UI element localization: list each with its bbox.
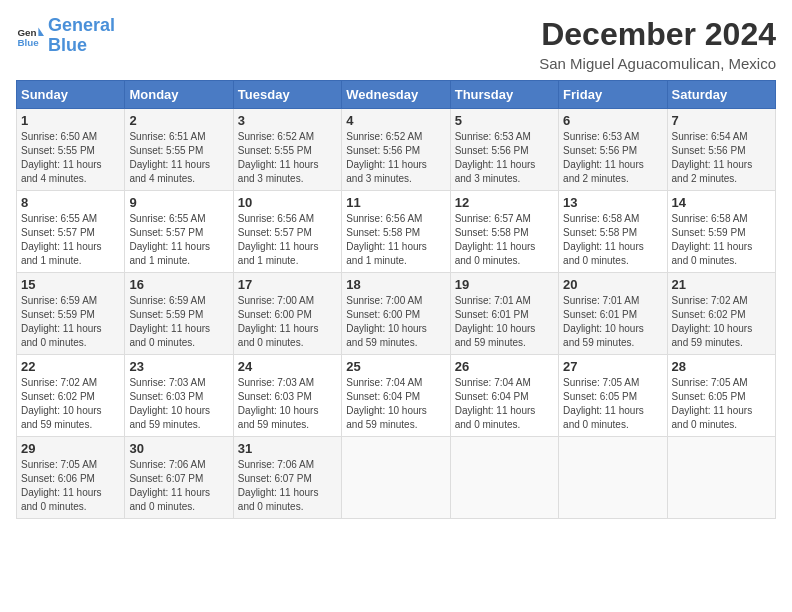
day-number: 27	[563, 359, 662, 374]
day-info: Sunrise: 6:59 AM Sunset: 5:59 PM Dayligh…	[129, 294, 228, 350]
day-cell: 3Sunrise: 6:52 AM Sunset: 5:55 PM Daylig…	[233, 109, 341, 191]
week-row-4: 22Sunrise: 7:02 AM Sunset: 6:02 PM Dayli…	[17, 355, 776, 437]
header-cell-saturday: Saturday	[667, 81, 775, 109]
day-cell: 4Sunrise: 6:52 AM Sunset: 5:56 PM Daylig…	[342, 109, 450, 191]
calendar-table: SundayMondayTuesdayWednesdayThursdayFrid…	[16, 80, 776, 519]
day-number: 12	[455, 195, 554, 210]
day-cell: 24Sunrise: 7:03 AM Sunset: 6:03 PM Dayli…	[233, 355, 341, 437]
day-cell: 8Sunrise: 6:55 AM Sunset: 5:57 PM Daylig…	[17, 191, 125, 273]
day-info: Sunrise: 6:59 AM Sunset: 5:59 PM Dayligh…	[21, 294, 120, 350]
day-number: 23	[129, 359, 228, 374]
day-number: 20	[563, 277, 662, 292]
day-info: Sunrise: 6:52 AM Sunset: 5:55 PM Dayligh…	[238, 130, 337, 186]
day-cell	[667, 437, 775, 519]
day-cell: 27Sunrise: 7:05 AM Sunset: 6:05 PM Dayli…	[559, 355, 667, 437]
day-number: 29	[21, 441, 120, 456]
day-cell: 9Sunrise: 6:55 AM Sunset: 5:57 PM Daylig…	[125, 191, 233, 273]
header-row: SundayMondayTuesdayWednesdayThursdayFrid…	[17, 81, 776, 109]
day-number: 16	[129, 277, 228, 292]
day-info: Sunrise: 6:54 AM Sunset: 5:56 PM Dayligh…	[672, 130, 771, 186]
day-number: 22	[21, 359, 120, 374]
day-cell	[559, 437, 667, 519]
day-cell: 21Sunrise: 7:02 AM Sunset: 6:02 PM Dayli…	[667, 273, 775, 355]
day-number: 19	[455, 277, 554, 292]
day-number: 6	[563, 113, 662, 128]
day-info: Sunrise: 6:55 AM Sunset: 5:57 PM Dayligh…	[21, 212, 120, 268]
day-cell: 13Sunrise: 6:58 AM Sunset: 5:58 PM Dayli…	[559, 191, 667, 273]
day-cell	[342, 437, 450, 519]
day-info: Sunrise: 7:03 AM Sunset: 6:03 PM Dayligh…	[238, 376, 337, 432]
svg-text:Blue: Blue	[17, 37, 39, 48]
day-info: Sunrise: 7:02 AM Sunset: 6:02 PM Dayligh…	[672, 294, 771, 350]
day-info: Sunrise: 7:06 AM Sunset: 6:07 PM Dayligh…	[238, 458, 337, 514]
day-number: 10	[238, 195, 337, 210]
day-number: 21	[672, 277, 771, 292]
day-info: Sunrise: 7:00 AM Sunset: 6:00 PM Dayligh…	[238, 294, 337, 350]
logo-text: General Blue	[48, 16, 115, 56]
day-number: 30	[129, 441, 228, 456]
day-cell: 31Sunrise: 7:06 AM Sunset: 6:07 PM Dayli…	[233, 437, 341, 519]
day-info: Sunrise: 6:53 AM Sunset: 5:56 PM Dayligh…	[563, 130, 662, 186]
day-info: Sunrise: 7:01 AM Sunset: 6:01 PM Dayligh…	[563, 294, 662, 350]
day-number: 15	[21, 277, 120, 292]
day-info: Sunrise: 7:04 AM Sunset: 6:04 PM Dayligh…	[346, 376, 445, 432]
day-cell: 25Sunrise: 7:04 AM Sunset: 6:04 PM Dayli…	[342, 355, 450, 437]
logo-icon: Gen Blue	[16, 22, 44, 50]
day-cell: 11Sunrise: 6:56 AM Sunset: 5:58 PM Dayli…	[342, 191, 450, 273]
day-cell: 14Sunrise: 6:58 AM Sunset: 5:59 PM Dayli…	[667, 191, 775, 273]
day-cell: 15Sunrise: 6:59 AM Sunset: 5:59 PM Dayli…	[17, 273, 125, 355]
day-number: 1	[21, 113, 120, 128]
day-cell: 17Sunrise: 7:00 AM Sunset: 6:00 PM Dayli…	[233, 273, 341, 355]
day-info: Sunrise: 7:03 AM Sunset: 6:03 PM Dayligh…	[129, 376, 228, 432]
day-cell: 22Sunrise: 7:02 AM Sunset: 6:02 PM Dayli…	[17, 355, 125, 437]
day-cell: 1Sunrise: 6:50 AM Sunset: 5:55 PM Daylig…	[17, 109, 125, 191]
logo-line2: Blue	[48, 35, 87, 55]
week-row-2: 8Sunrise: 6:55 AM Sunset: 5:57 PM Daylig…	[17, 191, 776, 273]
day-number: 18	[346, 277, 445, 292]
day-info: Sunrise: 7:05 AM Sunset: 6:05 PM Dayligh…	[672, 376, 771, 432]
day-cell: 12Sunrise: 6:57 AM Sunset: 5:58 PM Dayli…	[450, 191, 558, 273]
day-info: Sunrise: 6:56 AM Sunset: 5:58 PM Dayligh…	[346, 212, 445, 268]
day-cell: 23Sunrise: 7:03 AM Sunset: 6:03 PM Dayli…	[125, 355, 233, 437]
day-cell: 28Sunrise: 7:05 AM Sunset: 6:05 PM Dayli…	[667, 355, 775, 437]
day-number: 25	[346, 359, 445, 374]
day-info: Sunrise: 7:00 AM Sunset: 6:00 PM Dayligh…	[346, 294, 445, 350]
day-info: Sunrise: 7:05 AM Sunset: 6:06 PM Dayligh…	[21, 458, 120, 514]
day-number: 31	[238, 441, 337, 456]
svg-marker-2	[38, 27, 44, 35]
day-info: Sunrise: 7:04 AM Sunset: 6:04 PM Dayligh…	[455, 376, 554, 432]
subtitle: San Miguel Aguacomulican, Mexico	[539, 55, 776, 72]
day-number: 7	[672, 113, 771, 128]
day-number: 28	[672, 359, 771, 374]
day-number: 26	[455, 359, 554, 374]
header-cell-sunday: Sunday	[17, 81, 125, 109]
week-row-3: 15Sunrise: 6:59 AM Sunset: 5:59 PM Dayli…	[17, 273, 776, 355]
day-cell: 29Sunrise: 7:05 AM Sunset: 6:06 PM Dayli…	[17, 437, 125, 519]
day-info: Sunrise: 6:58 AM Sunset: 5:58 PM Dayligh…	[563, 212, 662, 268]
day-cell: 30Sunrise: 7:06 AM Sunset: 6:07 PM Dayli…	[125, 437, 233, 519]
main-title: December 2024	[539, 16, 776, 53]
day-number: 9	[129, 195, 228, 210]
day-number: 2	[129, 113, 228, 128]
day-number: 3	[238, 113, 337, 128]
day-info: Sunrise: 7:01 AM Sunset: 6:01 PM Dayligh…	[455, 294, 554, 350]
day-cell: 7Sunrise: 6:54 AM Sunset: 5:56 PM Daylig…	[667, 109, 775, 191]
day-cell: 5Sunrise: 6:53 AM Sunset: 5:56 PM Daylig…	[450, 109, 558, 191]
day-number: 8	[21, 195, 120, 210]
day-cell: 20Sunrise: 7:01 AM Sunset: 6:01 PM Dayli…	[559, 273, 667, 355]
day-info: Sunrise: 6:52 AM Sunset: 5:56 PM Dayligh…	[346, 130, 445, 186]
day-info: Sunrise: 7:02 AM Sunset: 6:02 PM Dayligh…	[21, 376, 120, 432]
header-cell-friday: Friday	[559, 81, 667, 109]
header-cell-tuesday: Tuesday	[233, 81, 341, 109]
day-info: Sunrise: 6:53 AM Sunset: 5:56 PM Dayligh…	[455, 130, 554, 186]
day-cell: 6Sunrise: 6:53 AM Sunset: 5:56 PM Daylig…	[559, 109, 667, 191]
day-number: 4	[346, 113, 445, 128]
header: Gen Blue General Blue December 2024 San …	[16, 16, 776, 72]
day-cell	[450, 437, 558, 519]
day-info: Sunrise: 6:57 AM Sunset: 5:58 PM Dayligh…	[455, 212, 554, 268]
day-info: Sunrise: 6:56 AM Sunset: 5:57 PM Dayligh…	[238, 212, 337, 268]
week-row-1: 1Sunrise: 6:50 AM Sunset: 5:55 PM Daylig…	[17, 109, 776, 191]
day-cell: 16Sunrise: 6:59 AM Sunset: 5:59 PM Dayli…	[125, 273, 233, 355]
day-number: 17	[238, 277, 337, 292]
day-number: 11	[346, 195, 445, 210]
